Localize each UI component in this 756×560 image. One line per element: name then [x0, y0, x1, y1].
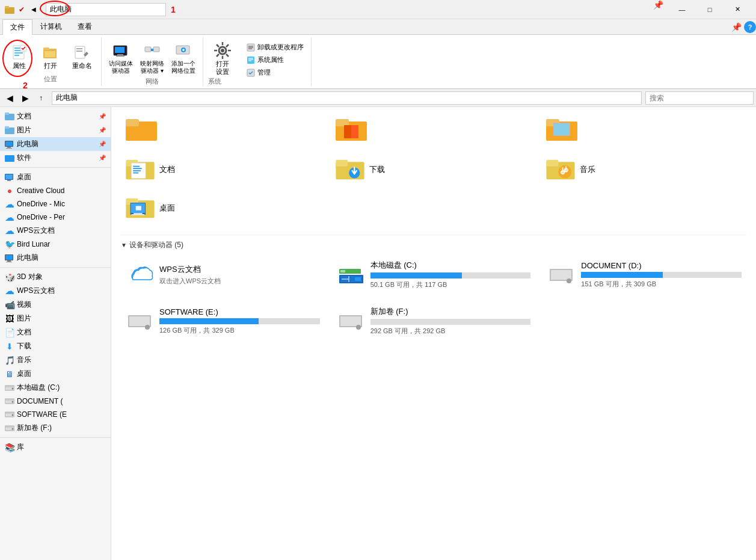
ribbon-btn-rename[interactable]: 重命名: [67, 42, 96, 71]
folder-item-documents[interactable]: 文档: [121, 153, 326, 186]
rename-icon: [72, 43, 91, 62]
rename-label: 重命名: [72, 62, 92, 70]
sidebar-f-drive-label: 新加卷 (F:): [17, 423, 52, 433]
svg-rect-10: [45, 51, 55, 57]
svg-rect-80: [336, 160, 348, 167]
e-drive-icon: [5, 410, 14, 419]
sidebar-item-desktop-2[interactable]: 🖥 桌面: [0, 367, 111, 381]
ribbon-btn-settings[interactable]: 打开设置: [208, 40, 237, 77]
ribbon-btn-uninstall[interactable]: 卸载或更改程序: [244, 42, 306, 52]
sidebar-item-this-pc[interactable]: 此电脑 📌: [0, 137, 111, 151]
svg-rect-63: [126, 119, 139, 126]
sidebar-item-f-drive[interactable]: 新加卷 (F:): [0, 421, 111, 435]
svg-line-28: [226, 54, 229, 57]
sidebar-item-creative-cloud[interactable]: ● Creative Cloud: [0, 184, 111, 197]
3d-objects-icon: 🎲: [5, 272, 14, 282]
settings-icon: [213, 41, 232, 60]
sidebar-item-onedrive-mic[interactable]: ☁ OneDrive - Mic: [0, 197, 111, 211]
svg-rect-98: [551, 270, 571, 280]
e-drive-bar-container: [159, 318, 320, 324]
tab-view[interactable]: 查看: [70, 19, 100, 34]
sidebar-separator-1: [0, 167, 111, 168]
pin-icon-thispc: 📌: [99, 141, 106, 147]
close-button[interactable]: ✕: [724, 0, 751, 19]
ribbon-btn-media[interactable]: 访问媒体驱动器: [106, 40, 135, 76]
ribbon-btn-add-network[interactable]: 添加一个网络位置: [169, 40, 198, 76]
svg-rect-1: [5, 6, 9, 8]
svg-rect-77: [133, 170, 141, 171]
sidebar-item-videos[interactable]: 📹 视频: [0, 298, 111, 312]
tab-computer[interactable]: 计算机: [32, 19, 70, 34]
drive-item-d[interactable]: DOCUMENT (D:) 151 GB 可用，共 309 GB: [542, 255, 746, 294]
breadcrumb[interactable]: 此电脑: [46, 3, 166, 16]
svg-rect-96: [355, 277, 361, 281]
sidebar-item-music[interactable]: 🎵 音乐: [0, 353, 111, 367]
folder-item-music[interactable]: 音乐: [541, 153, 746, 186]
sidebar-item-software[interactable]: 软件 📌: [0, 151, 111, 165]
folder-music-name: 音乐: [580, 164, 595, 175]
ribbon-btn-properties[interactable]: 属性: [5, 42, 34, 71]
folder-item-downloads[interactable]: 下载: [331, 153, 536, 186]
folder-item-desktop[interactable]: 桌面: [121, 191, 326, 225]
d-drive-info: DOCUMENT (D:) 151 GB 可用，共 309 GB: [581, 261, 742, 289]
svg-rect-37: [5, 126, 9, 129]
svg-rect-40: [7, 147, 11, 148]
maximize-button[interactable]: □: [696, 0, 724, 19]
ribbon-group-items-position: 属性 打开: [5, 40, 96, 73]
sidebar-item-bird-lunar[interactable]: 🐦 Bird Lunar: [0, 238, 111, 251]
folder-item-top-2[interactable]: [331, 112, 536, 148]
sidebar-item-d-drive[interactable]: DOCUMENT (: [0, 395, 111, 408]
sidebar-item-wps-cloud[interactable]: ☁ WPS云文档: [0, 224, 111, 238]
sidebar-item-onedrive-per[interactable]: ☁ OneDrive - Per: [0, 211, 111, 224]
svg-rect-45: [7, 180, 11, 181]
sidebar-item-this-pc-2[interactable]: 此电脑: [0, 251, 111, 265]
sidebar-item-documents[interactable]: 文档 📌: [0, 109, 111, 123]
f-drive-drive-icon: [337, 309, 366, 333]
sidebar-item-e-drive[interactable]: SOFTWARE (E: [0, 408, 111, 421]
ribbon-group-system: 打开设置 卸载或更改程序 系统属性 管理 系统: [203, 37, 312, 86]
forward-button[interactable]: ▶: [18, 91, 32, 105]
ribbon-btn-manage[interactable]: 管理: [244, 67, 306, 78]
drive-item-c[interactable]: 本地磁盘 (C:) 50.1 GB 可用，共 117 GB: [332, 255, 536, 294]
svg-rect-54: [5, 399, 14, 401]
ribbon-btn-open[interactable]: 打开: [36, 42, 65, 71]
sidebar-item-c-drive[interactable]: 本地磁盘 (C:): [0, 381, 111, 395]
svg-rect-9: [43, 48, 49, 50]
c-drive-bar: [370, 272, 462, 278]
help-button[interactable]: ?: [744, 21, 756, 33]
sidebar-item-downloads[interactable]: ⬇ 下载: [0, 339, 111, 353]
folder-item-top-3[interactable]: [541, 112, 746, 148]
up-button[interactable]: ↑: [34, 91, 48, 105]
sidebar-item-library[interactable]: 📚 库: [0, 440, 111, 454]
drive-item-f[interactable]: 新加卷 (F:) 292 GB 可用，共 292 GB: [332, 301, 536, 340]
minimize-button[interactable]: —: [668, 0, 696, 19]
address-bar[interactable]: 此电脑: [52, 91, 642, 105]
collapse-icon: ▼: [121, 242, 127, 248]
sidebar-separator-2: [0, 267, 111, 268]
search-input[interactable]: [645, 91, 754, 105]
wps-cloud-name: WPS云文档: [159, 264, 320, 275]
sidebar-item-desktop[interactable]: 桌面: [0, 170, 111, 184]
folder-item-top-1[interactable]: [121, 112, 326, 148]
system-props-label: 系统属性: [257, 55, 284, 64]
drive-item-e[interactable]: SOFTWARE (E:) 126 GB 可用，共 329 GB: [121, 301, 325, 340]
uninstall-label: 卸载或更改程序: [257, 43, 304, 52]
drive-item-wps-cloud[interactable]: WPS云文档 双击进入WPS云文档: [121, 255, 325, 294]
pictures-icon: [5, 126, 14, 135]
tab-file[interactable]: 文件: [2, 19, 32, 35]
sidebar-item-pictures-2[interactable]: 🖼 图片: [0, 312, 111, 325]
svg-rect-41: [6, 148, 12, 149]
ribbon-btn-system-props[interactable]: 系统属性: [244, 55, 306, 65]
back-button[interactable]: ◀: [2, 91, 17, 105]
c-drive-info: 本地磁盘 (C:) 50.1 GB 可用，共 117 GB: [370, 260, 531, 289]
sidebar-item-3d-objects[interactable]: 🎲 3D 对象: [0, 270, 111, 284]
svg-rect-76: [133, 168, 142, 169]
sidebar-item-pictures[interactable]: 图片 📌: [0, 123, 111, 137]
ribbon-btn-map-network[interactable]: 映射网络驱动器 ▾: [138, 40, 167, 76]
wps-cloud-info: WPS云文档 双击进入WPS云文档: [159, 264, 320, 286]
sidebar-item-wps-cloud-2[interactable]: ☁ WPS云文档: [0, 284, 111, 298]
sidebar-pictures-2-label: 图片: [17, 313, 31, 324]
sidebar-item-documents-2[interactable]: 📄 文档: [0, 325, 111, 339]
c-drive-free: 50.1 GB 可用，共 117 GB: [370, 280, 531, 289]
f-drive-info: 新加卷 (F:) 292 GB 可用，共 292 GB: [370, 306, 531, 336]
